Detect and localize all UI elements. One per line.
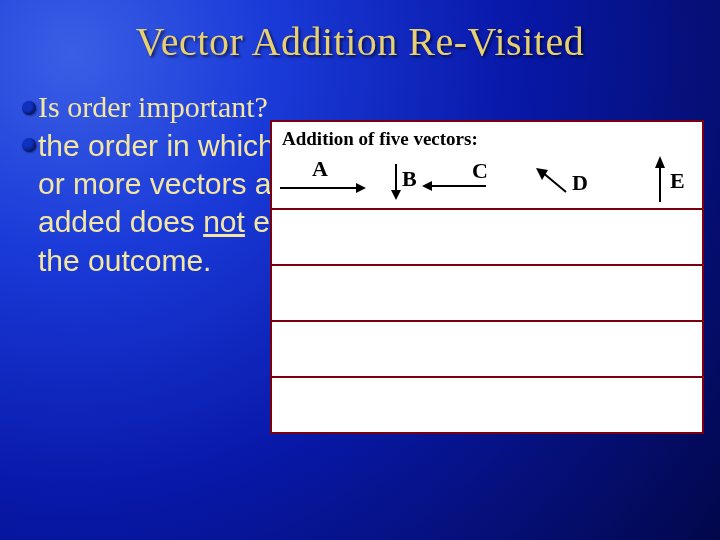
svg-marker-9 <box>655 156 665 168</box>
svg-line-6 <box>542 172 566 192</box>
arrow-C-icon <box>422 180 488 192</box>
vector-figure: Addition of five vectors: A B C D E <box>270 120 704 434</box>
row-divider <box>272 320 702 322</box>
row-divider <box>272 376 702 378</box>
svg-marker-7 <box>536 168 548 180</box>
vector-legend-row: A B C D E <box>272 152 702 210</box>
vector-label-D: D <box>572 170 588 196</box>
arrow-A-icon <box>278 182 366 194</box>
bullet-2-underline: not <box>203 205 245 238</box>
slide-title: Vector Addition Re-Visited <box>0 0 720 65</box>
figure-rows <box>272 208 702 432</box>
arrow-D-icon <box>534 166 570 196</box>
arrow-E-icon <box>654 156 666 204</box>
svg-marker-1 <box>356 183 366 193</box>
vector-label-E: E <box>670 168 685 194</box>
figure-caption: Addition of five vectors: <box>272 122 702 152</box>
row-divider <box>272 264 702 266</box>
vector-label-B: B <box>402 166 417 192</box>
svg-marker-5 <box>422 181 432 191</box>
svg-marker-3 <box>391 190 401 200</box>
bullet-dot-icon <box>22 138 36 152</box>
bullet-1-text: Is order important? <box>38 90 268 125</box>
arrow-B-icon <box>390 162 402 200</box>
bullet-dot-icon <box>22 101 36 115</box>
vector-label-A: A <box>312 156 328 182</box>
